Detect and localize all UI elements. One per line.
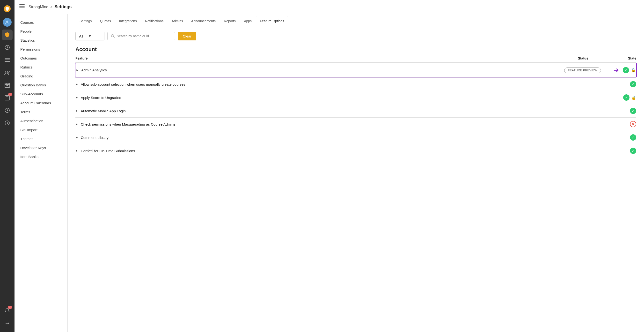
feature-state-apply-score: ✓ 🔒 bbox=[607, 94, 636, 101]
green-check-icon[interactable]: ✓ bbox=[630, 148, 636, 154]
col-header-feature: Feature bbox=[76, 56, 559, 60]
feature-name-apply-score: Apply Score to Ungraded bbox=[81, 96, 559, 100]
feature-row-masquerade: ► Check permissions when Masquerading as… bbox=[76, 117, 636, 131]
breadcrumb: StrongMind > Settings bbox=[28, 4, 72, 10]
feature-row-sub-account-selection: ► Allow sub-account selection when users… bbox=[76, 78, 636, 91]
search-input[interactable] bbox=[117, 34, 172, 38]
svg-rect-12 bbox=[7, 85, 8, 86]
table-headers: Feature Status State bbox=[76, 56, 636, 63]
sidebar-item-account-calendars[interactable]: Account Calendars bbox=[14, 99, 68, 107]
green-check-icon[interactable]: ✓ bbox=[630, 81, 636, 87]
svg-rect-6 bbox=[4, 60, 10, 60]
sidebar-item-permissions[interactable]: Permissions bbox=[14, 45, 68, 54]
clock-icon[interactable] bbox=[2, 42, 12, 53]
expand-row-icon[interactable]: ► bbox=[76, 109, 78, 113]
feature-state-admin-analytics: ➜ ✓ 🔒 bbox=[607, 66, 636, 74]
svg-rect-7 bbox=[4, 61, 10, 62]
svg-rect-5 bbox=[4, 58, 10, 59]
tab-quotas[interactable]: Quotas bbox=[96, 16, 115, 26]
feature-name-confetti: Confetti for On-Time Submissions bbox=[81, 149, 559, 153]
tab-apps[interactable]: Apps bbox=[240, 16, 256, 26]
green-check-icon[interactable]: ✓ bbox=[630, 108, 636, 114]
green-check-icon[interactable]: ✓ bbox=[623, 94, 630, 101]
tab-feature-options[interactable]: Feature Options bbox=[256, 16, 288, 26]
feature-state-confetti: ✓ bbox=[607, 148, 636, 154]
sidebar-item-people[interactable]: People bbox=[14, 27, 68, 36]
sidebar-item-courses[interactable]: Courses bbox=[14, 18, 68, 27]
sidebar-item-outcomes[interactable]: Outcomes bbox=[14, 54, 68, 63]
list-icon[interactable] bbox=[2, 55, 12, 65]
users-icon[interactable] bbox=[2, 67, 12, 78]
feature-row-confetti: ► Confetti for On-Time Submissions ✓ bbox=[76, 144, 636, 157]
lock-icon: 🔒 bbox=[631, 68, 636, 72]
left-sidebar: Courses People Statistics Permissions Ou… bbox=[14, 14, 68, 332]
filter-value: All bbox=[79, 34, 83, 38]
tab-announcements[interactable]: Announcements bbox=[187, 16, 220, 26]
bell-badge: 10 bbox=[8, 306, 12, 309]
col-header-state: State bbox=[607, 56, 636, 60]
calendar-icon[interactable] bbox=[2, 80, 12, 91]
sidebar-item-themes[interactable]: Themes bbox=[14, 134, 68, 143]
expand-row-icon[interactable]: ► bbox=[76, 96, 78, 99]
sidebar-item-sub-accounts[interactable]: Sub-Accounts bbox=[14, 90, 68, 99]
tab-admins[interactable]: Admins bbox=[168, 16, 187, 26]
app-logo[interactable] bbox=[2, 4, 12, 14]
expand-row-icon[interactable]: ► bbox=[76, 122, 78, 126]
avatar-icon[interactable] bbox=[2, 17, 12, 28]
green-check-icon[interactable]: ✓ bbox=[630, 134, 636, 141]
feature-row-mobile-login: ► Automatic Mobile App Login ✓ bbox=[76, 104, 636, 117]
svg-point-9 bbox=[8, 71, 10, 72]
feature-name-mobile-login: Automatic Mobile App Login bbox=[81, 109, 559, 113]
sidebar-item-rubrics[interactable]: Rubrics bbox=[14, 63, 68, 72]
shield-icon[interactable] bbox=[2, 30, 12, 40]
sidebar-item-item-banks[interactable]: Item Banks bbox=[14, 152, 68, 161]
sidebar-item-terms[interactable]: Terms bbox=[14, 107, 68, 116]
feature-name-masquerade: Check permissions when Masquerading as C… bbox=[81, 122, 559, 126]
sidebar-item-sis-import[interactable]: SIS Import bbox=[14, 125, 68, 134]
svg-rect-1 bbox=[6, 10, 8, 11]
red-x-icon[interactable]: ✕ bbox=[630, 121, 636, 127]
breadcrumb-current: Settings bbox=[54, 4, 72, 10]
expand-row-icon[interactable]: ► bbox=[76, 136, 78, 139]
sidebar-item-question-banks[interactable]: Question Banks bbox=[14, 81, 68, 90]
breadcrumb-org[interactable]: StrongMind bbox=[28, 5, 48, 9]
feature-status-admin-analytics: FEATURE PREVIEW bbox=[558, 68, 607, 72]
tab-settings[interactable]: Settings bbox=[76, 16, 96, 26]
feature-preview-badge: FEATURE PREVIEW bbox=[564, 68, 601, 73]
breadcrumb-separator: > bbox=[50, 5, 52, 9]
feature-name-admin-analytics: Admin Analytics bbox=[81, 68, 558, 72]
feature-state-masquerade: ✕ bbox=[607, 121, 636, 127]
sidebar-item-statistics[interactable]: Statistics bbox=[14, 36, 68, 45]
section-title: Account bbox=[76, 46, 636, 53]
feature-row-comment-library: ► Comment Library ✓ bbox=[76, 131, 636, 144]
expand-row-icon[interactable]: ► bbox=[76, 83, 78, 86]
green-check-icon[interactable]: ✓ bbox=[623, 67, 629, 73]
clock2-icon[interactable] bbox=[2, 105, 12, 116]
expand-row-icon[interactable]: ► bbox=[76, 149, 78, 152]
sidebar-item-developer-keys[interactable]: Developer Keys bbox=[14, 143, 68, 152]
arrow-circle-icon[interactable] bbox=[2, 118, 12, 128]
hamburger-button[interactable] bbox=[19, 4, 25, 10]
feature-state-sub-account: ✓ bbox=[607, 81, 636, 87]
feature-name-sub-account: Allow sub-account selection when users m… bbox=[81, 82, 559, 86]
expand-icon[interactable] bbox=[2, 318, 12, 328]
tab-reports[interactable]: Reports bbox=[220, 16, 240, 26]
feature-row-admin-analytics: ► Admin Analytics FEATURE PREVIEW ➜ ✓ 🔒 bbox=[75, 63, 637, 78]
filter-row: All ▾ Clear bbox=[76, 32, 636, 41]
bell-icon[interactable]: 10 bbox=[2, 305, 12, 316]
sidebar-item-grading[interactable]: Grading bbox=[14, 72, 68, 81]
tab-integrations[interactable]: Integrations bbox=[115, 16, 141, 26]
col-header-status: Status bbox=[559, 56, 607, 60]
clipboard-badge: 1 bbox=[8, 93, 12, 96]
clipboard-icon[interactable]: 1 bbox=[2, 92, 12, 103]
filter-dropdown[interactable]: All ▾ bbox=[76, 32, 104, 41]
clear-button[interactable]: Clear bbox=[178, 32, 196, 41]
sidebar-item-authentication[interactable]: Authentication bbox=[14, 116, 68, 125]
search-box bbox=[107, 32, 175, 40]
svg-rect-18 bbox=[19, 8, 25, 8]
svg-rect-16 bbox=[19, 4, 25, 5]
tab-notifications[interactable]: Notifications bbox=[141, 16, 168, 26]
expand-row-icon[interactable]: ► bbox=[76, 69, 79, 72]
svg-point-3 bbox=[6, 21, 8, 23]
feature-state-comment-library: ✓ bbox=[607, 134, 636, 141]
